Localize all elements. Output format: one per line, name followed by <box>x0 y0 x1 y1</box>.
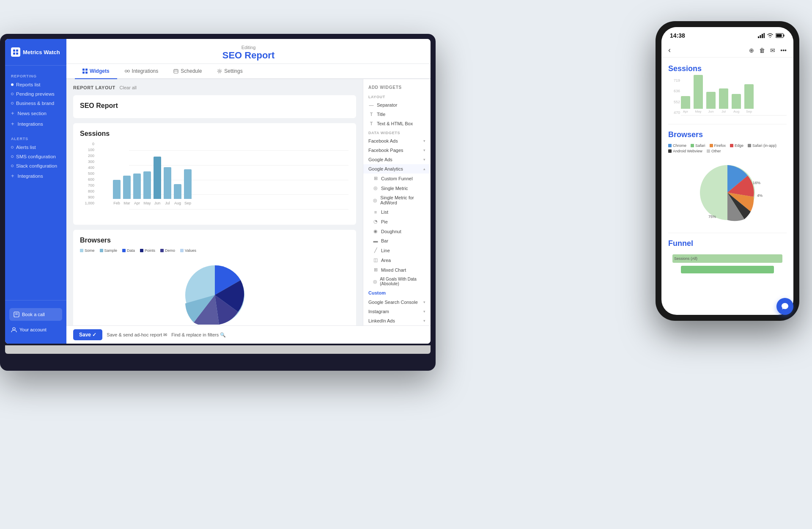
clear-all-button[interactable]: Clear all <box>120 85 137 90</box>
bar-group-jul: Jul <box>164 167 171 205</box>
sessions-title: Sessions <box>80 130 349 138</box>
phone-funnel-section: Funnel Sessions (All) <box>668 239 787 288</box>
widgets-panel: ADD WIDGETS LAYOUT — Separator T Title T… <box>363 79 431 325</box>
widget-separator[interactable]: — Separator <box>363 100 431 110</box>
widget-custom-funnel[interactable]: ⊞ Custom Funnel <box>363 174 431 183</box>
list-icon: ≡ <box>373 209 379 215</box>
sidebar-item-pending-previews[interactable]: Pending previews <box>5 89 66 99</box>
tab-integrations-label: Integrations <box>132 68 159 74</box>
sidebar-item-slack-config[interactable]: Slack configuration <box>5 161 66 171</box>
sidebar-item-alerts-list[interactable]: Alerts list <box>5 143 66 152</box>
line-icon: ╱ <box>373 248 379 253</box>
legend-demo: Demo <box>160 248 175 253</box>
chevron-down-icon: ▾ <box>423 139 425 143</box>
sidebar-item-reports-list[interactable]: Reports list <box>5 80 66 89</box>
area-icon: ◫ <box>373 257 379 263</box>
tab-settings-label: Settings <box>224 68 242 74</box>
widget-area[interactable]: ◫ Area <box>363 255 431 265</box>
widget-instagram[interactable]: Instagram ▾ <box>363 307 431 316</box>
phone-status-icons <box>758 33 785 38</box>
account-button[interactable]: Your account <box>5 324 66 335</box>
nav-dot <box>11 146 14 149</box>
add-icon[interactable]: ⊕ <box>749 47 754 54</box>
svg-rect-11 <box>85 72 88 74</box>
svg-rect-8 <box>82 69 85 71</box>
widget-mixed-chart[interactable]: ⊞ Mixed Chart <box>363 265 431 275</box>
nav-dot <box>11 102 14 105</box>
chart-bars-area: Feb Mar Apr <box>113 146 332 205</box>
main-content: Editing SEO Report Widgets Integrations … <box>66 39 431 344</box>
single-metric-icon: ◎ <box>373 185 379 191</box>
widget-pie[interactable]: ◔ Pie <box>363 217 431 226</box>
widget-google-analytics[interactable]: Google Analytics ▴ <box>363 164 431 174</box>
widget-custom[interactable]: Custom <box>363 288 431 298</box>
tab-integrations[interactable]: Integrations <box>117 64 166 79</box>
text-html-icon: T <box>368 121 374 126</box>
widget-linkedin-ads[interactable]: LinkedIn Ads ▾ <box>363 316 431 325</box>
book-call-button[interactable]: Book a call <box>9 308 62 321</box>
sidebar-item-integrations-reporting[interactable]: + Integrations <box>5 118 66 129</box>
find-replace-button[interactable]: Find & replace in filters 🔍 <box>171 332 226 338</box>
facebook-pages-label: Facebook Pages <box>368 148 403 153</box>
svg-point-12 <box>125 70 127 72</box>
sidebar-item-news-section[interactable]: + News section <box>5 108 66 118</box>
widget-line[interactable]: ╱ Line <box>363 245 431 255</box>
phone-nav-bar: ‹ ⊕ 🗑 ✉ ••• <box>661 43 793 58</box>
sidebar-item-label: Integrations <box>18 174 43 179</box>
list-label: List <box>381 209 388 215</box>
phone-bar-may: May <box>694 75 703 113</box>
widget-title[interactable]: T Title <box>363 110 431 119</box>
svg-rect-28 <box>784 35 785 37</box>
svg-rect-1 <box>16 50 18 52</box>
phone-browsers-legend: Chrome Safari Firefox Edge <box>668 143 787 153</box>
save-label: Save ✓ <box>79 332 96 338</box>
single-metric-adword-label: Single Metric for AdWord <box>380 195 425 205</box>
save-button[interactable]: Save ✓ <box>73 329 102 340</box>
more-icon[interactable]: ••• <box>780 47 787 54</box>
bar-aug <box>174 184 181 199</box>
tab-schedule[interactable]: Schedule <box>166 64 209 79</box>
custom-funnel-icon: ⊞ <box>373 176 379 181</box>
legend-data: Data <box>122 248 135 253</box>
plus-icon: + <box>11 173 14 179</box>
phone-bar-apr: Apr <box>681 96 690 113</box>
sidebar-item-sms-config[interactable]: SMS configuration <box>5 152 66 161</box>
nav-dot <box>11 155 14 158</box>
widget-facebook-ads[interactable]: Facebook Ads ▾ <box>363 136 431 146</box>
tab-settings[interactable]: Settings <box>209 64 250 79</box>
phone-browsers-section: Browsers Chrome Safari Firefox <box>668 130 787 224</box>
widget-single-metric-adword[interactable]: ◎ Single Metric for AdWord <box>363 193 431 207</box>
chevron-down-icon: ▾ <box>423 157 425 162</box>
sidebar-bottom: Book a call Your account <box>5 300 66 335</box>
mixed-chart-label: Mixed Chart <box>381 267 406 273</box>
tab-widgets[interactable]: Widgets <box>75 64 117 79</box>
pie-label: Pie <box>381 219 388 224</box>
widget-google-search-console[interactable]: Google Search Console ▾ <box>363 298 431 307</box>
svg-rect-9 <box>85 69 88 71</box>
sidebar-item-business-brand[interactable]: Business & brand <box>5 99 66 108</box>
sidebar-item-integrations-alerts[interactable]: + Integrations <box>5 171 66 181</box>
widget-google-ads[interactable]: Google Ads ▾ <box>363 155 431 164</box>
widget-facebook-pages[interactable]: Facebook Pages ▾ <box>363 146 431 155</box>
all-goals-icon: ◎ <box>373 279 377 284</box>
reporting-section-label: REPORTING <box>5 71 66 80</box>
widget-all-goals[interactable]: ◎ All Goals With Data (Absolute) <box>363 275 431 288</box>
browsers-title: Browsers <box>80 237 349 244</box>
chat-button[interactable] <box>776 298 793 315</box>
bar-may <box>143 171 151 199</box>
pie-legend: Some Sample Data <box>80 248 349 253</box>
nav-dot <box>11 165 14 167</box>
bar-group-jun: Jun <box>154 157 161 205</box>
bar-group-mar: Mar <box>123 176 131 205</box>
widget-single-metric[interactable]: ◎ Single Metric <box>363 183 431 193</box>
back-icon[interactable]: ‹ <box>668 46 671 55</box>
widget-bar[interactable]: ▬ Bar <box>363 236 431 245</box>
widget-text-html[interactable]: T Text & HTML Box <box>363 119 431 128</box>
plus-icon: + <box>11 110 14 116</box>
save-send-button[interactable]: Save & send ad-hoc report ✉ <box>107 332 167 338</box>
widget-doughnut[interactable]: ◉ Doughnut <box>363 226 431 236</box>
delete-icon[interactable]: 🗑 <box>759 47 765 54</box>
canvas-toolbar: REPORT LAYOUT Clear all <box>73 85 356 90</box>
mail-icon[interactable]: ✉ <box>770 47 775 54</box>
widget-list[interactable]: ≡ List <box>363 207 431 217</box>
